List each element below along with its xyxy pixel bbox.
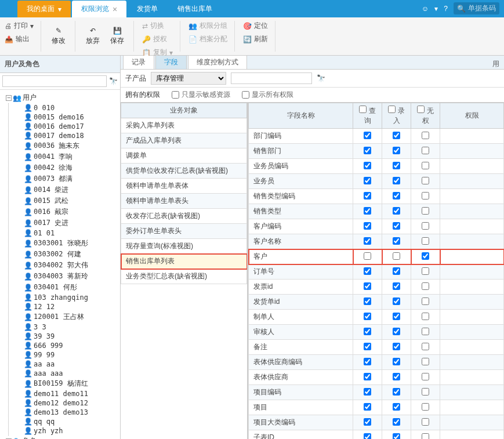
tree-user-item[interactable]: 👤 0015 武松 (19, 195, 119, 206)
entry-checkbox[interactable] (393, 358, 400, 365)
query-checkbox[interactable] (364, 282, 371, 290)
tree-user-item[interactable]: 👤 3 3 (19, 322, 119, 332)
tree-user-item[interactable]: 👤 demo13 demo13 (19, 408, 119, 417)
business-object-row[interactable]: 委外订单生单表头 (121, 224, 247, 239)
doc-assign-button[interactable]: 📄档案分配 (188, 34, 227, 44)
noperm-checkbox[interactable] (422, 388, 429, 396)
tab-desktop[interactable]: 我的桌面▾ (17, 1, 71, 17)
noperm-checkbox[interactable] (422, 162, 429, 169)
perm-group-button[interactable]: 👥权限分组 (188, 21, 227, 31)
field-row[interactable]: 订单号 (249, 264, 504, 280)
subtab-record[interactable]: 记录 (123, 56, 154, 69)
query-checkbox[interactable] (364, 207, 371, 215)
entry-checkbox[interactable] (393, 132, 400, 139)
field-row[interactable]: 表体供应商编码 (249, 355, 504, 370)
entry-checkbox[interactable] (393, 162, 400, 169)
tree-user-item[interactable]: 👤 BI00159 杨清红 (19, 378, 119, 389)
entry-checkbox[interactable] (393, 147, 400, 154)
tree-user-item[interactable]: 👤 aaa aaa (19, 369, 119, 378)
field-row[interactable]: 项目 (249, 400, 504, 415)
entry-checkbox[interactable] (393, 192, 400, 199)
field-row[interactable]: 发货单id (249, 295, 504, 310)
field-row[interactable]: 客户 (249, 249, 504, 264)
noperm-checkbox[interactable] (422, 132, 429, 139)
noperm-checkbox[interactable] (422, 177, 429, 184)
field-row[interactable]: 业务员 (249, 174, 504, 189)
noperm-checkbox[interactable] (422, 147, 429, 154)
tree-user-item[interactable]: 👤 00036 施未东 (19, 140, 119, 151)
noperm-checkbox[interactable] (422, 297, 429, 305)
entry-checkbox[interactable] (393, 373, 400, 380)
tree-user-item[interactable]: 👤 demo12 demo12 (19, 398, 119, 408)
noperm-checkbox[interactable] (422, 358, 429, 365)
tree-user-item[interactable]: 👤 030401 何彤 (19, 282, 119, 293)
tab-shipping[interactable]: 发货单 (128, 1, 167, 17)
query-checkbox[interactable] (364, 313, 371, 320)
entry-checkbox[interactable] (393, 222, 400, 230)
tree-user-item[interactable]: 👤 0 010 (19, 103, 119, 113)
noperm-checkbox[interactable] (422, 207, 429, 215)
query-checkbox[interactable] (364, 358, 371, 365)
entry-checkbox[interactable] (393, 237, 400, 245)
field-row[interactable]: 备注 (249, 340, 504, 355)
collapse-icon[interactable]: − (6, 95, 12, 101)
business-object-row[interactable]: 产成品入库单列表 (121, 133, 247, 148)
tree-user-item[interactable]: 👤 120001 王占林 (19, 311, 119, 322)
field-row[interactable]: 子表ID (249, 430, 504, 440)
noperm-checkbox[interactable] (422, 282, 429, 290)
query-checkbox[interactable] (364, 267, 371, 275)
tree-user-item[interactable]: 👤 00073 都满 (19, 173, 119, 184)
query-checkbox[interactable] (364, 162, 371, 169)
business-object-row[interactable]: 现存量查询(标准视图) (121, 239, 247, 254)
noperm-checkbox[interactable] (422, 418, 429, 426)
tree-user-item[interactable]: 👤 12 12 (19, 302, 119, 311)
close-icon[interactable]: × (113, 5, 117, 14)
noperm-checkbox[interactable] (422, 403, 429, 411)
tree-search-input[interactable] (2, 75, 107, 87)
search-bar[interactable]: 🔍 单据条码 (454, 2, 499, 14)
col-entry[interactable]: 录入 (382, 103, 411, 129)
noperm-checkbox[interactable] (422, 267, 429, 275)
switch-button[interactable]: ⇄切换 (142, 21, 173, 31)
entry-checkbox[interactable] (393, 282, 400, 290)
tree-user-item[interactable]: 👤 0016 戴宗 (19, 206, 119, 217)
sub-product-select[interactable]: 库存管理 (151, 72, 226, 85)
tree-user-item[interactable]: 👤 666 999 (19, 341, 119, 350)
business-object-row[interactable]: 供货单位收发存汇总表(缺省视图) (121, 164, 247, 179)
tree-user-item[interactable]: 👤 0014 柴进 (19, 184, 119, 195)
refresh-button[interactable]: 🔄刷新 (243, 34, 268, 44)
tree-user-item[interactable]: 👤 0303001 张晓彤 (19, 238, 119, 249)
binoculars-icon[interactable]: 🔭 (109, 77, 118, 85)
tree-user-item[interactable]: 👤 0304002 郭大伟 (19, 260, 119, 271)
entry-checkbox[interactable] (393, 313, 400, 320)
field-row[interactable]: 制单人 (249, 310, 504, 325)
col-query[interactable]: 查询 (353, 103, 382, 129)
query-checkbox[interactable] (364, 192, 371, 199)
entry-checkbox[interactable] (393, 418, 400, 426)
query-checkbox[interactable] (364, 132, 371, 139)
help-icon[interactable]: ? (444, 5, 448, 13)
filter-input[interactable] (231, 72, 312, 84)
query-checkbox[interactable] (364, 237, 371, 245)
query-checkbox[interactable] (364, 177, 371, 184)
tree-user-item[interactable]: 👤 99 99 (19, 350, 119, 360)
business-object-row[interactable]: 销售出库单列表 (121, 254, 247, 269)
business-object-row[interactable]: 收发存汇总表(缺省视图) (121, 209, 247, 224)
export-button[interactable]: 📤输出 (5, 34, 34, 44)
tab-sales-out[interactable]: 销售出库单 (168, 1, 222, 17)
tree-user-item[interactable]: 👤 00042 徐海 (19, 162, 119, 173)
entry-checkbox[interactable] (393, 207, 400, 215)
noperm-checkbox[interactable] (422, 252, 429, 260)
field-row[interactable]: 销售类型 (249, 204, 504, 219)
tree-user-item[interactable]: 👤 demo11 demo11 (19, 389, 119, 398)
tree-user-item[interactable]: 👤 39 39 (19, 332, 119, 341)
smile-icon[interactable]: ☺ (422, 5, 429, 13)
query-checkbox[interactable] (364, 388, 371, 396)
chevron-down-icon[interactable]: ▾ (434, 5, 438, 13)
noperm-checkbox[interactable] (422, 192, 429, 199)
binoculars-icon[interactable]: 🔭 (317, 74, 325, 82)
tree-user-item[interactable]: 👤 103 zhangqing (19, 293, 119, 302)
field-row[interactable]: 审核人 (249, 325, 504, 340)
auth-button[interactable]: 🔑授权 (142, 34, 173, 44)
query-checkbox[interactable] (364, 403, 371, 411)
